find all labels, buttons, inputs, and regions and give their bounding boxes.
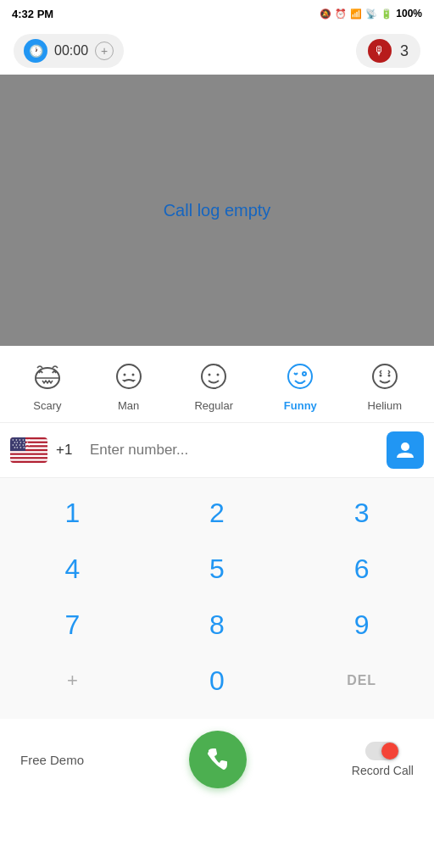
voice-item-helium[interactable]: Helium <box>359 358 410 415</box>
svg-point-4 <box>131 374 134 376</box>
top-bar: 🕐 00:00 + 🎙 3 <box>0 27 434 75</box>
voice-label-helium: Helium <box>368 399 402 412</box>
dialpad-key-3[interactable]: 3 <box>320 487 404 539</box>
call-log-area: Call log empty <box>0 75 434 346</box>
voice-item-scary[interactable]: Scary <box>24 358 71 415</box>
voice-selector: Scary Man Regular <box>0 346 434 423</box>
phone-input-row: ★ ★ ★ ★ ★ ★ ★ ★ ★ ★ ★ ★ ★ ★ ★ ★ ★ ★ ★ ★ … <box>0 423 434 478</box>
country-code: +1 <box>56 442 81 459</box>
helium-icon <box>370 361 400 396</box>
svg-text:★ ★ ★ ★ ★: ★ ★ ★ ★ ★ <box>14 446 29 449</box>
svg-point-3 <box>123 374 125 376</box>
dialpad-key-4[interactable]: 4 <box>30 542 114 595</box>
svg-point-12 <box>387 375 390 377</box>
dialpad-row-4: + 0 DEL <box>0 654 434 707</box>
voice-item-funny[interactable]: Funny <box>275 358 326 415</box>
dialpad-key-del[interactable]: DEL <box>320 654 404 707</box>
voice-label-scary: Scary <box>33 399 61 412</box>
dialpad-key-plus[interactable]: + <box>30 654 114 707</box>
voice-item-man[interactable]: Man <box>105 358 153 415</box>
svg-rect-17 <box>10 451 47 453</box>
dialpad-key-6[interactable]: 6 <box>320 542 404 595</box>
record-call-label: Record Call <box>352 764 414 777</box>
svg-point-5 <box>202 364 225 388</box>
dialpad-key-8[interactable]: 8 <box>175 598 259 651</box>
signal-icon: 📶 <box>350 8 362 19</box>
status-icons: 🔕 ⏰ 📶 📡 🔋 100% <box>320 8 422 19</box>
mute-icon: 🔕 <box>320 8 331 19</box>
phone-number-input[interactable] <box>90 442 378 459</box>
timer-plus-button[interactable]: + <box>95 42 114 60</box>
svg-point-11 <box>379 375 381 377</box>
mic-icon: 🎙 <box>368 39 392 63</box>
dialpad-key-1[interactable]: 1 <box>30 487 114 539</box>
svg-point-6 <box>209 374 211 376</box>
dialpad: 1 2 3 4 5 6 7 8 9 + 0 DEL <box>0 478 434 719</box>
record-call-container[interactable]: Record Call <box>352 742 414 777</box>
dialpad-row-1: 1 2 3 <box>0 487 434 539</box>
timer-pill[interactable]: 🕐 00:00 + <box>14 34 124 68</box>
status-bar: 4:32 PM 🔕 ⏰ 📶 📡 🔋 100% <box>0 0 434 27</box>
contacts-button[interactable] <box>387 431 424 469</box>
svg-rect-18 <box>10 455 47 457</box>
dialpad-key-2[interactable]: 2 <box>175 487 259 539</box>
svg-point-10 <box>373 364 397 388</box>
dialpad-key-0[interactable]: 0 <box>175 654 259 707</box>
dialpad-key-7[interactable]: 7 <box>30 598 114 651</box>
funny-icon <box>285 361 315 396</box>
man-icon <box>114 361 144 396</box>
svg-rect-19 <box>10 459 47 460</box>
voice-label-man: Man <box>118 399 139 412</box>
call-log-empty-message: Call log empty <box>164 201 271 220</box>
call-button[interactable] <box>189 731 247 788</box>
battery-percent: 100% <box>396 8 422 19</box>
mic-count: 3 <box>400 42 409 60</box>
svg-point-8 <box>288 364 312 388</box>
voice-label-funny: Funny <box>284 399 317 412</box>
svg-point-7 <box>217 374 220 376</box>
voice-item-regular[interactable]: Regular <box>186 358 242 415</box>
free-demo-label[interactable]: Free Demo <box>20 753 84 767</box>
svg-point-9 <box>303 372 306 376</box>
toggle-thumb <box>381 743 398 760</box>
dialpad-row-3: 7 8 9 <box>0 598 434 651</box>
toggle-track[interactable] <box>365 742 399 760</box>
scary-icon <box>32 361 63 396</box>
voice-label-regular: Regular <box>194 399 233 412</box>
svg-point-2 <box>117 364 141 388</box>
svg-point-25 <box>401 442 409 451</box>
dialpad-row-2: 4 5 6 <box>0 542 434 595</box>
regular-icon <box>198 361 229 396</box>
dialpad-key-9[interactable]: 9 <box>320 598 404 651</box>
dialpad-key-5[interactable]: 5 <box>175 542 259 595</box>
record-toggle[interactable] <box>365 742 399 760</box>
bottom-bar: Free Demo Record Call <box>0 719 434 805</box>
mic-pill[interactable]: 🎙 3 <box>356 34 420 68</box>
country-flag[interactable]: ★ ★ ★ ★ ★ ★ ★ ★ ★ ★ ★ ★ ★ ★ ★ ★ ★ ★ ★ ★ … <box>10 437 47 463</box>
wifi-icon: 📡 <box>365 8 377 19</box>
alarm-icon: ⏰ <box>335 8 347 19</box>
timer-value: 00:00 <box>54 43 88 58</box>
battery-icon: 🔋 <box>381 8 392 19</box>
status-time: 4:32 PM <box>12 8 53 20</box>
clock-icon: 🕐 <box>24 39 47 63</box>
